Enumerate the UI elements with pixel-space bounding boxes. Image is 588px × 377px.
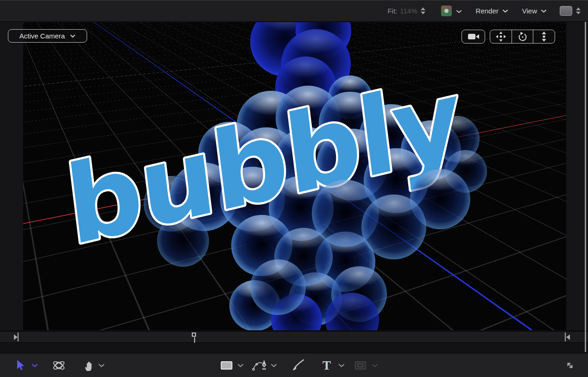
mask-rectangle-icon (354, 360, 367, 371)
chevron-down-icon (237, 364, 244, 368)
playhead-head-icon (192, 333, 196, 337)
color-swatch-menu[interactable] (441, 6, 462, 16)
bezier-tool[interactable] (251, 353, 269, 377)
orbit-rings-icon (52, 358, 66, 372)
rectangle-tool[interactable] (219, 353, 234, 377)
canvas[interactable]: bubbly (23, 22, 566, 330)
view-label: View (522, 7, 537, 15)
pen-bezier-icon (252, 359, 268, 372)
dolly-camera-icon (540, 31, 548, 42)
pan-view-tool[interactable] (82, 353, 95, 377)
view-menu[interactable]: View (522, 7, 547, 15)
select-transform-tool[interactable] (13, 353, 27, 377)
chevron-down-icon (541, 9, 547, 13)
chevron-down-icon (70, 34, 76, 38)
paint-stroke-tool[interactable] (290, 353, 306, 377)
dolly-camera-button[interactable] (533, 30, 555, 43)
timeline-scrubber (0, 331, 588, 343)
camera-record-button[interactable] (462, 30, 485, 44)
orbit-camera-button[interactable] (512, 30, 533, 43)
paintbrush-icon (291, 359, 305, 372)
render-label: Render (476, 7, 499, 15)
fit-stepper-icon[interactable] (421, 7, 425, 14)
top-toolbar: Fit: 114% Render View (0, 0, 588, 22)
mask-tool-disabled[interactable] (353, 353, 368, 377)
zoom-level-control[interactable]: Fit: 114% (387, 7, 425, 15)
timeline-lower-strip (0, 343, 588, 353)
bubble-layer-front (23, 22, 566, 330)
pan-camera-icon (495, 31, 506, 42)
fit-label: Fit: (387, 7, 397, 15)
tool-palette: T (0, 353, 588, 377)
playhead[interactable] (192, 332, 197, 343)
bubble (361, 195, 426, 259)
rectangle-icon (220, 360, 233, 371)
fit-value[interactable]: 114% (400, 7, 417, 15)
camera-tools-group (490, 30, 555, 44)
orbit-camera-icon (517, 31, 528, 42)
expand-diagonal-icon (564, 359, 576, 371)
chevron-down-icon (502, 9, 508, 13)
gradient-swatch-icon[interactable] (441, 6, 452, 16)
text-tool-icon: T (321, 359, 333, 372)
out-point-bar-icon (565, 333, 566, 341)
text-tool[interactable]: T (320, 353, 334, 377)
in-point-triangle-icon (14, 334, 18, 340)
mask-tool-chevron[interactable] (370, 353, 380, 377)
text-tool-chevron[interactable] (336, 353, 347, 377)
playhead-stem-icon (194, 337, 195, 343)
video-camera-icon (467, 32, 480, 41)
chevron-down-icon (456, 7, 462, 15)
chevron-down-icon (32, 364, 38, 368)
bubble (250, 259, 306, 315)
chevron-down-icon (271, 364, 277, 368)
rectangle-tool-chevron[interactable] (235, 353, 246, 377)
hand-icon (83, 359, 94, 371)
bezier-tool-chevron[interactable] (269, 353, 279, 377)
in-point-bar-icon (18, 333, 19, 341)
out-point-triangle-icon (566, 334, 570, 340)
motion-window: Fit: 114% Render View (0, 0, 588, 377)
arrow-cursor-icon (15, 359, 25, 372)
layout-stepper-icon[interactable] (576, 7, 581, 14)
chevron-down-icon (372, 364, 378, 368)
canvas-layout-control[interactable] (560, 6, 581, 16)
chevron-down-icon (98, 364, 105, 368)
expand-canvas-button[interactable] (563, 353, 577, 377)
render-menu[interactable]: Render (476, 7, 508, 15)
pan-view-chevron[interactable] (96, 353, 107, 377)
3d-transform-tool[interactable] (51, 353, 67, 377)
chevron-down-icon (338, 364, 345, 368)
pane-divider[interactable] (585, 22, 586, 352)
timeline-track[interactable] (0, 332, 566, 342)
pan-camera-button[interactable] (490, 30, 512, 43)
active-camera-menu[interactable]: Active Camera (8, 29, 87, 43)
viewport: bubbly Active Camera (0, 22, 588, 331)
active-camera-label: Active Camera (19, 32, 65, 40)
select-tool-chevron[interactable] (30, 353, 40, 377)
svg-text:T: T (322, 359, 331, 372)
canvas-layout-icon[interactable] (560, 6, 572, 16)
